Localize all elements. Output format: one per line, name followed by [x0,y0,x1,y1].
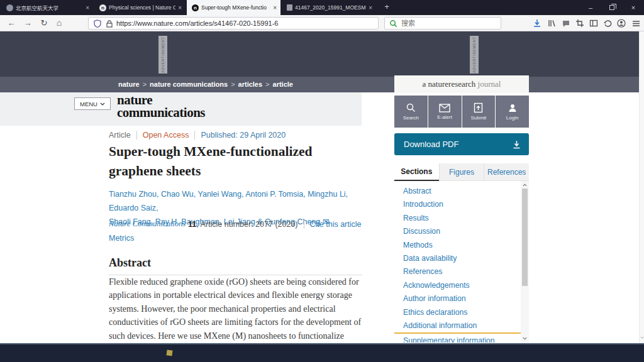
url-bar[interactable]: ⋯ ☆ [88,17,379,30]
scroll-up-icon[interactable] [521,182,529,189]
breadcrumb-separator: > [265,80,269,88]
minimize-button[interactable]: – [580,0,601,15]
back-button[interactable]: ← [5,15,18,31]
account-icon[interactable] [616,18,627,29]
natureresearch-journal-tag: a natureresearch journal [394,75,529,93]
library-icon[interactable] [546,18,557,29]
citation-line: Nature Communications 11 , Article numbe… [109,219,362,229]
browser-tab-active-article[interactable]: n Super-tough MXene-functio × [187,0,280,15]
abstract-paragraph: Flexible reduced graphene oxide (rGO) sh… [109,275,373,343]
globe-favicon-icon [6,4,13,11]
section-link-results[interactable]: Results [403,212,516,225]
article-number-text: , Article number: 2077 (2020) [196,220,297,229]
search-input[interactable] [401,18,496,29]
sidebar-toggle-icon[interactable] [588,18,599,29]
sidebar-tabs: Sections Figures References [394,163,529,181]
search-engine-icon[interactable] [389,19,399,29]
article-type-label: Article [109,131,131,140]
undo-icon[interactable] [602,18,613,29]
tab-close-icon[interactable]: × [369,4,372,11]
lock-icon[interactable] [104,19,114,29]
journal-name-link[interactable]: Nature Communications [109,219,186,229]
page-scroll-down-icon[interactable] [640,334,644,341]
abstract-line: conductivities of rGO sheets are limitin… [109,315,373,329]
login-button[interactable]: Login [496,96,529,128]
search-icon [406,102,416,113]
desktop-wallpaper-detail [166,349,172,356]
tab-sections[interactable]: Sections [394,163,439,181]
download-pdf-label: Download PDF [404,140,458,149]
tab-figures[interactable]: Figures [439,163,484,181]
browser-titlebar: 北京航空航天大学 × n Physical sciences | Nature … [0,0,644,15]
published-date: Published: 29 April 2020 [201,131,286,140]
section-link-acknowledgements[interactable]: Acknowledgements [403,279,516,292]
tab-title: Physical sciences | Nature Co [109,4,175,11]
submit-document-icon [474,102,483,113]
section-link-supplementary-information[interactable]: Supplementary information [403,334,516,343]
download-pdf-button[interactable]: Download PDF [394,133,529,155]
reload-button[interactable]: ↻ [38,15,50,31]
sections-scrollbar[interactable] [521,181,529,343]
url-input[interactable] [116,18,324,29]
envelope-icon [439,104,450,112]
tab-close-icon[interactable]: × [86,4,89,11]
button-label: Login [506,115,519,121]
open-access-label[interactable]: Open Access [143,131,189,140]
tab-close-icon[interactable]: × [273,4,277,11]
article-meta-line: Article Open Access Published: 29 April … [109,131,286,140]
section-link-author-information[interactable]: Author information [403,292,516,305]
section-link-references[interactable]: References [403,265,516,278]
advertisement-placeholder: ADVERTISEMENT [158,36,167,74]
breadcrumb-item-articles[interactable]: articles [238,80,263,88]
close-button[interactable]: × [623,0,644,15]
scrollbar-thumb[interactable] [522,189,528,286]
screenshot-crop-icon[interactable] [574,18,586,29]
breadcrumb-item-nature[interactable]: nature [118,80,140,88]
tab-close-icon[interactable]: × [178,4,182,11]
forward-button[interactable]: → [21,15,34,31]
journal-action-buttons: Search E-alert Submit Login [394,96,529,128]
menu-hamburger-icon[interactable] [630,18,641,29]
window-controls: – × [580,0,644,15]
menu-button[interactable]: MENU [74,97,111,110]
search-bar[interactable] [384,17,501,30]
advertisement-placeholder: ADVERTISEMENT [470,36,479,74]
file-favicon-icon [287,4,292,11]
authors-line1[interactable]: Tianzhu Zhou, Chao Wu, Yanlei Wang, Anto… [109,187,373,215]
section-link-introduction[interactable]: Introduction [403,198,516,211]
abstract-line: systems. However, the poor mechanical pr… [109,302,373,315]
search-button[interactable]: Search [394,96,428,128]
section-link-methods[interactable]: Methods [403,239,516,252]
abstract-line: applications in portable electrical devi… [109,288,373,302]
tab-references[interactable]: References [484,163,529,181]
section-link-discussion[interactable]: Discussion [403,225,516,238]
divider [194,131,195,140]
button-label: Submit [470,115,486,121]
browser-tab-physical-sciences[interactable]: n Physical sciences | Nature Co × [94,0,186,15]
messages-icon[interactable] [560,18,572,29]
tracking-shield-icon[interactable] [92,19,103,29]
breadcrumb-item-article[interactable]: article [273,80,293,88]
breadcrumb-separator: > [231,80,235,88]
browser-tab-moesm-file[interactable]: 41467_2020_15991_MOESM × [282,0,376,15]
submit-button[interactable]: Submit [462,96,496,128]
section-link-data-availability[interactable]: Data availability [403,252,516,265]
restore-button[interactable] [601,0,623,15]
home-button[interactable]: ⌂ [53,15,65,31]
e-alert-button[interactable]: E-alert [428,96,462,128]
tab-title: Super-tough MXene-functio [201,4,270,11]
journal-logo[interactable]: nature communications [117,94,205,119]
breadcrumb-item-journal[interactable]: nature communications [150,80,228,88]
section-link-additional-information[interactable]: Additional information [403,319,516,332]
metrics-link[interactable]: Metrics [109,234,134,243]
cite-this-article-link[interactable]: Cite this article [310,220,362,229]
section-link-abstract[interactable]: Abstract [403,185,516,198]
logo-line2: communications [117,106,205,119]
menu-label: MENU [80,101,97,107]
page-scrollbar[interactable] [639,31,644,343]
browser-tab-buaa[interactable]: 北京航空航天大学 × [1,0,93,15]
section-link-ethics-declarations[interactable]: Ethics declarations [403,306,516,319]
new-tab-button[interactable]: + [380,0,394,15]
scroll-down-icon[interactable] [521,335,529,342]
downloads-icon[interactable] [531,18,543,29]
